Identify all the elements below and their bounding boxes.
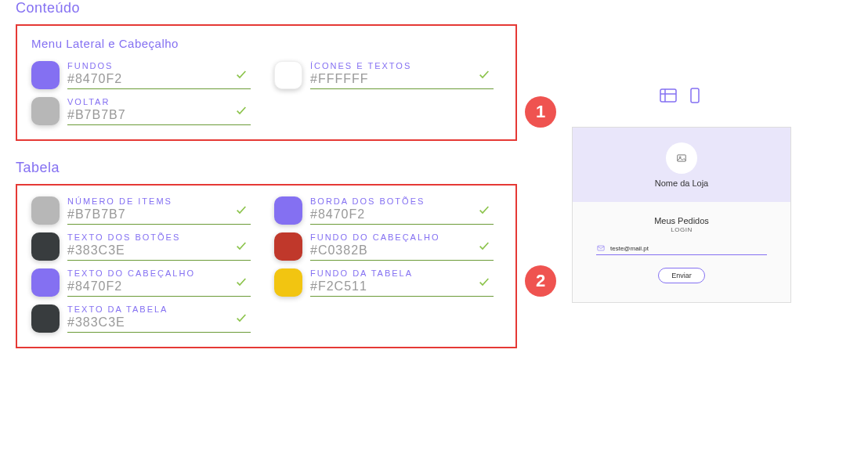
preview-email-value: teste@mail.pt (610, 245, 649, 252)
svg-rect-6 (598, 246, 604, 250)
field-value: #383C3E (67, 243, 251, 258)
field-value: #8470F2 (67, 279, 251, 294)
preview-send-button[interactable]: Enviar (658, 268, 705, 283)
color-input[interactable]: FUNDOS#8470F2 (67, 61, 251, 89)
color-input[interactable]: BORDA DOS BOTÕES#8470F2 (310, 196, 494, 225)
preview-logo (666, 142, 697, 174)
field-label: VOLTAR (67, 97, 251, 106)
check-icon (476, 240, 492, 255)
preview-header: Nome da Loja (573, 128, 790, 202)
color-swatch[interactable] (274, 196, 302, 225)
field-label: BORDA DOS BOTÕES (310, 196, 494, 206)
svg-rect-0 (660, 89, 676, 102)
color-input[interactable]: TEXTO DA TABELA#383C3E (67, 304, 251, 333)
field-value: #C0382B (310, 243, 494, 258)
color-swatch[interactable] (31, 97, 60, 125)
check-icon (233, 104, 249, 120)
check-icon (233, 276, 249, 291)
mail-icon (596, 244, 606, 252)
color-swatch[interactable] (31, 268, 60, 297)
menu-field: VOLTAR#B7B7B7 (31, 97, 251, 125)
preview-body-subtitle: LOGIN (671, 226, 692, 233)
field-value: #B7B7B7 (67, 207, 251, 222)
field-value: #383C3E (67, 315, 251, 330)
field-value: #B7B7B7 (67, 108, 251, 122)
color-input[interactable]: VOLTAR#B7B7B7 (67, 97, 251, 125)
mobile-view-icon[interactable] (685, 86, 704, 108)
menu-field: ÍCONES E TEXTOS#FFFFFF (274, 61, 494, 89)
color-swatch[interactable] (274, 268, 302, 297)
check-icon (233, 68, 249, 84)
field-value: #8470F2 (310, 207, 494, 222)
field-value: #F2C511 (310, 279, 494, 294)
tabela-field: FUNDO DO CABEÇALHO#C0382B (274, 232, 494, 261)
field-label: ÍCONES E TEXTOS (310, 61, 494, 70)
svg-rect-3 (691, 88, 699, 103)
color-input[interactable]: TEXTO DOS BOTÕES#383C3E (67, 232, 251, 261)
tabela-title: Tabela (16, 160, 517, 176)
tabela-field: TEXTO DOS BOTÕES#383C3E (31, 232, 251, 261)
check-icon (476, 68, 492, 84)
field-value: #FFFFFF (310, 72, 494, 86)
color-swatch[interactable] (31, 61, 60, 89)
color-input[interactable]: NÚMERO DE ITEMS#B7B7B7 (67, 196, 251, 225)
tabela-field: NÚMERO DE ITEMS#B7B7B7 (31, 196, 251, 225)
field-label: TEXTO DOS BOTÕES (67, 232, 251, 242)
tabela-section-box: 2 NÚMERO DE ITEMS#B7B7B7BORDA DOS BOTÕES… (16, 184, 517, 348)
color-swatch[interactable] (31, 196, 60, 225)
color-swatch[interactable] (274, 232, 302, 261)
color-swatch[interactable] (31, 304, 60, 333)
field-value: #8470F2 (67, 72, 251, 86)
field-label: FUNDO DA TABELA (310, 268, 494, 278)
field-label: FUNDOS (67, 61, 251, 70)
svg-rect-4 (678, 154, 686, 160)
page-title: Conteúdo (16, 0, 517, 16)
check-icon (233, 204, 249, 219)
preview-panel: Nome da Loja Meus Pedidos LOGIN teste@ma… (572, 127, 791, 303)
field-label: FUNDO DO CABEÇALHO (310, 232, 494, 242)
tabela-field: BORDA DOS BOTÕES#8470F2 (274, 196, 494, 225)
tabela-field: TEXTO DA TABELA#383C3E (31, 304, 251, 333)
check-icon (476, 276, 492, 291)
field-label: NÚMERO DE ITEMS (67, 196, 251, 206)
preview-body-title: Meus Pedidos (654, 216, 709, 225)
color-input[interactable]: TEXTO DO CABEÇALHO#8470F2 (67, 268, 251, 297)
field-label: TEXTO DO CABEÇALHO (67, 268, 251, 278)
check-icon (233, 240, 249, 255)
color-swatch[interactable] (31, 232, 60, 261)
color-input[interactable]: ÍCONES E TEXTOS#FFFFFF (310, 61, 494, 89)
menu-section-title: Menu Lateral e Cabeçalho (31, 37, 501, 50)
preview-email-input[interactable]: teste@mail.pt (596, 244, 767, 255)
menu-field: FUNDOS#8470F2 (31, 61, 251, 89)
color-input[interactable]: FUNDO DA TABELA#F2C511 (310, 268, 494, 297)
desktop-view-icon[interactable] (659, 86, 678, 108)
menu-section-box: 1 Menu Lateral e Cabeçalho FUNDOS#8470F2… (16, 24, 517, 141)
field-label: TEXTO DA TABELA (67, 304, 251, 314)
tabela-field: FUNDO DA TABELA#F2C511 (274, 268, 494, 297)
check-icon (233, 312, 249, 327)
preview-store-name: Nome da Loja (655, 178, 709, 188)
tabela-field: TEXTO DO CABEÇALHO#8470F2 (31, 268, 251, 297)
check-icon (476, 204, 492, 219)
color-input[interactable]: FUNDO DO CABEÇALHO#C0382B (310, 232, 494, 261)
color-swatch[interactable] (274, 61, 302, 89)
